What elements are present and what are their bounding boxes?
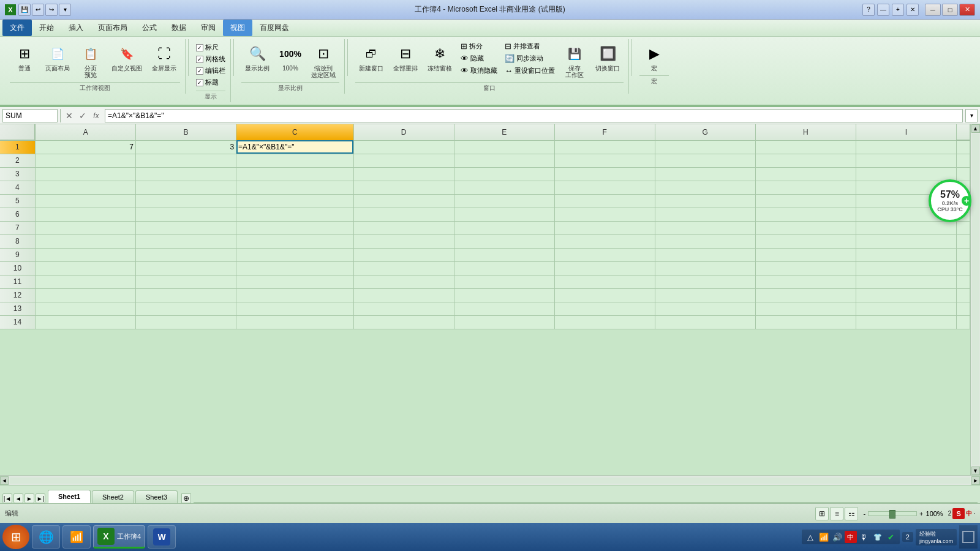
cell-E8[interactable] <box>454 234 554 248</box>
name-box[interactable]: SUM <box>2 109 58 122</box>
help-btn[interactable]: ? <box>862 4 875 16</box>
row-header-9[interactable]: 9 <box>0 248 35 261</box>
cell-G9[interactable] <box>655 248 755 261</box>
taskbar-wifi-btn[interactable]: 📶 <box>62 525 91 549</box>
formula-bar-checkbox[interactable]: ✓ <box>196 67 203 75</box>
menu-file[interactable]: 文件 <box>2 20 32 36</box>
formula-input[interactable]: =A1&"×"&B1&"=" <box>105 109 963 122</box>
cell-E10[interactable] <box>454 261 554 275</box>
cell-C10[interactable] <box>236 261 353 275</box>
row-header-7[interactable]: 7 <box>0 221 35 234</box>
row-header-8[interactable]: 8 <box>0 234 35 248</box>
cell-D13[interactable] <box>353 302 454 315</box>
unhide-btn[interactable]: 👁 取消隐藏 <box>458 65 500 77</box>
cell-F12[interactable] <box>554 288 655 302</box>
cell-D3[interactable] <box>353 167 454 181</box>
cell-F4[interactable] <box>554 181 655 194</box>
add-btn[interactable]: + <box>892 4 904 16</box>
tray-expand-btn[interactable]: △ <box>804 531 816 543</box>
cell-C2[interactable] <box>236 154 353 167</box>
checkbox-ruler[interactable]: ✓ 标尺 <box>196 43 225 52</box>
cell-G4[interactable] <box>655 181 755 194</box>
cell-B13[interactable] <box>136 302 236 315</box>
cpu-plus-icon[interactable]: + <box>962 196 971 206</box>
cell-H5[interactable] <box>755 194 856 208</box>
view-fullscreen-btn[interactable]: ⛶ 全屏显示 <box>148 40 180 74</box>
start-button[interactable]: ⊞ <box>2 525 29 549</box>
cell-B6[interactable] <box>136 208 236 221</box>
cell-G3[interactable] <box>655 167 755 181</box>
scroll-right-btn[interactable]: ► <box>971 476 980 485</box>
cell-D10[interactable] <box>353 261 454 275</box>
cell-B8[interactable] <box>136 234 236 248</box>
row-header-5[interactable]: 5 <box>0 194 35 208</box>
sogou-indicator[interactable]: S <box>952 508 965 519</box>
scroll-track-h[interactable] <box>10 478 970 484</box>
arrange-all-btn[interactable]: ⊟ 全部重排 <box>390 40 421 81</box>
cell-E6[interactable] <box>454 208 554 221</box>
cell-I12[interactable] <box>856 288 956 302</box>
cell-I1[interactable] <box>856 140 956 154</box>
cell-F13[interactable] <box>554 302 655 315</box>
menu-formulas[interactable]: 公式 <box>135 20 164 36</box>
menu-page-layout[interactable]: 页面布局 <box>91 20 135 36</box>
ruler-checkbox[interactable]: ✓ <box>196 44 203 51</box>
close-ribbon-btn[interactable]: ✕ <box>907 4 919 16</box>
sheet-last-btn[interactable]: ►| <box>36 493 45 503</box>
tray-volume-icon[interactable]: 🔊 <box>831 531 843 543</box>
col-header-H[interactable]: H <box>755 124 856 140</box>
close-btn[interactable]: ✕ <box>959 4 975 16</box>
sync-scroll-btn[interactable]: 🔄 同步滚动 <box>502 53 557 64</box>
scroll-track-v[interactable] <box>972 134 979 465</box>
cell-C11[interactable] <box>236 275 353 288</box>
view-page-break-btn[interactable]: 📋 分页预览 <box>76 40 105 81</box>
col-header-A[interactable]: A <box>35 124 135 140</box>
cell-I11[interactable] <box>856 275 956 288</box>
insert-function-btn[interactable]: fx <box>90 110 102 122</box>
cell-I9[interactable] <box>856 248 956 261</box>
add-sheet-btn[interactable]: ⊕ <box>181 493 191 503</box>
cell-G13[interactable] <box>655 302 755 315</box>
cell-H4[interactable] <box>755 181 856 194</box>
cell-E7[interactable] <box>454 221 554 234</box>
tray-shirt-icon[interactable]: 👕 <box>872 531 884 543</box>
ribbon-minimize-btn[interactable]: — <box>877 4 889 16</box>
minimize-btn[interactable]: ─ <box>925 4 941 16</box>
checkbox-gridlines[interactable]: ✓ 网格线 <box>196 54 225 64</box>
clock[interactable]: 2 <box>902 532 913 542</box>
cell-E11[interactable] <box>454 275 554 288</box>
tray-mic-icon[interactable]: 🎙 <box>858 531 870 543</box>
cell-D5[interactable] <box>353 194 454 208</box>
zoom-slider[interactable] <box>868 511 917 516</box>
menu-view[interactable]: 视图 <box>223 20 252 36</box>
taskbar-ie-btn[interactable]: 🌐 <box>32 525 60 549</box>
cell-E2[interactable] <box>454 154 554 167</box>
cell-E5[interactable] <box>454 194 554 208</box>
side-by-side-btn[interactable]: ⊟ 并排查看 <box>502 40 557 52</box>
sheet-next-btn[interactable]: ► <box>24 493 34 503</box>
checkbox-headings[interactable]: ✓ 标题 <box>196 78 225 87</box>
undo-quick-btn[interactable]: ↩ <box>32 4 44 16</box>
cell-B5[interactable] <box>136 194 236 208</box>
switch-windows-btn[interactable]: 🔲 切换窗口 <box>592 40 624 81</box>
view-pagebreak-status-btn[interactable]: ⚏ <box>845 507 858 520</box>
horizontal-scrollbar[interactable]: ◄ ► <box>0 475 980 485</box>
cell-A12[interactable] <box>35 288 135 302</box>
sheet-tab-2[interactable]: Sheet2 <box>92 490 134 503</box>
show-desktop-btn[interactable] <box>959 525 978 549</box>
cell-H9[interactable] <box>755 248 856 261</box>
checkbox-formula-bar[interactable]: ✓ 编辑栏 <box>196 66 225 75</box>
zoom-btn[interactable]: 🔍 显示比例 <box>241 40 273 74</box>
cell-D11[interactable] <box>353 275 454 288</box>
row-header-6[interactable]: 6 <box>0 208 35 221</box>
cell-B2[interactable] <box>136 154 236 167</box>
expand-formula-btn[interactable]: ▾ <box>965 109 978 122</box>
cell-G12[interactable] <box>655 288 755 302</box>
taskbar-excel-btn[interactable]: X 工作簿4 <box>93 525 145 549</box>
cell-I14[interactable] <box>856 315 956 329</box>
cell-E4[interactable] <box>454 181 554 194</box>
cell-H7[interactable] <box>755 221 856 234</box>
cell-F6[interactable] <box>554 208 655 221</box>
cell-F3[interactable] <box>554 167 655 181</box>
cell-A9[interactable] <box>35 248 135 261</box>
